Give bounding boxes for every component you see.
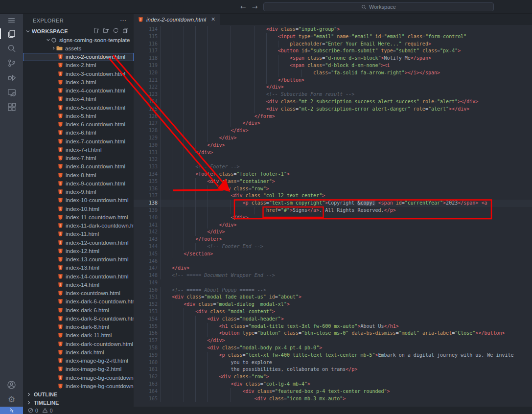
code-line-142[interactable]: 142</div> — [134, 229, 532, 236]
back-arrow-icon[interactable]: ← — [240, 3, 246, 11]
tree-item-index-7.html[interactable]: 5index-7.html — [23, 154, 134, 162]
activity-menu[interactable] — [0, 14, 23, 26]
code-line-131[interactable]: 131</div> — [134, 149, 532, 157]
forward-arrow-icon[interactable]: → — [252, 3, 258, 11]
tree-item-index-4.html[interactable]: 5index-4.html — [23, 95, 134, 103]
code-line-132[interactable]: 132 — [134, 156, 532, 163]
code-line-121[interactable]: 121</button> — [134, 77, 532, 84]
tree-item-index-image-bg-2.html[interactable]: 5index-image-bg-2.html — [23, 365, 134, 373]
code-line-118[interactable]: 118<span class="d-none d-sm-block">Notif… — [134, 55, 532, 62]
outline-section[interactable]: OUTLINE — [23, 391, 134, 399]
tree-item-index-8-countdown.html[interactable]: 5index-8-countdown.html — [23, 162, 134, 171]
tree-item-index-dark-countdown.html[interactable]: 5index-dark-countdown.html — [23, 340, 134, 348]
code-line-137[interactable]: 137<div class="col-12 text-center"> — [134, 192, 532, 200]
code-line-146[interactable]: 146 — [134, 258, 532, 265]
code-line-120[interactable]: 120class="fa-solid fa-arrow-right"></i><… — [134, 69, 532, 77]
code-line-135[interactable]: 135<div class="container"> — [134, 178, 532, 185]
problems-indicator[interactable]: 0 0 — [23, 408, 53, 414]
tree-item-index-3.html[interactable]: 5index-3.html — [23, 78, 134, 86]
new-file-button[interactable] — [93, 27, 99, 36]
tree-item-index-12-countdown.html[interactable]: 5index-12-countdown.html — [23, 238, 134, 247]
tree-item-index-5-countdown.html[interactable]: 5index-5-countdown.html — [23, 103, 134, 112]
code-editor[interactable]: 114<div class="input-group">115<input ty… — [134, 25, 532, 407]
code-line-127[interactable]: 127</div> — [134, 120, 532, 127]
tree-item-index-dark-11.html[interactable]: 5index-dark-11.html — [23, 331, 134, 340]
tree-item-index-image-bg-countdown.html[interactable]: 5index-image-bg-countdown.html — [23, 382, 134, 390]
tree-item-index-14-countdown.html[interactable]: 5index-14-countdown.html — [23, 272, 134, 280]
tree-item-index-11.html[interactable]: 5index-11.html — [23, 230, 134, 238]
code-line-119[interactable]: 119<span class="d-block d-sm-none"><i — [134, 62, 532, 69]
code-line-134[interactable]: 134<footer class="footer footer-1"> — [134, 171, 532, 178]
tree-item-index-6.html[interactable]: 5index-6.html — [23, 129, 134, 137]
code-line-145[interactable]: 145</section> — [134, 251, 532, 258]
code-line-129[interactable]: 129</div> — [134, 135, 532, 142]
tree-item-index-2.html[interactable]: 5index-2.html — [23, 61, 134, 69]
code-line-152[interactable]: 152<div class="modal-dialog modal-xl"> — [134, 301, 532, 308]
collapse-all-button[interactable] — [122, 27, 129, 36]
tree-item-index-dark-8-countdown.html[interactable]: 5index-dark-8-countdown.html — [23, 314, 134, 322]
tree-item-index-dark-6-countdown.html[interactable]: 5index-dark-6-countdown.html — [23, 298, 134, 306]
command-center-search[interactable]: Workspace — [263, 2, 494, 11]
code-line-116[interactable]: 116placeholder="Enter Your Email Here...… — [134, 41, 532, 48]
tree-item-index-3-countdown.html[interactable]: 5index-3-countdown.html — [23, 69, 134, 78]
code-line-148[interactable]: 148<!-- ===== Document Wrapper End --> — [134, 272, 532, 279]
code-line-157[interactable]: 157</div> — [134, 337, 532, 345]
code-line-141[interactable]: 141</div> — [134, 222, 532, 229]
code-line-133[interactable]: 133<!-- Footer --> — [134, 163, 532, 171]
tree-item-index-11-dark-countdown.html[interactable]: 5index-11-dark-countdown.html — [23, 222, 134, 230]
code-line-122[interactable]: 122</div> — [134, 84, 532, 91]
tree-item-index-5.html[interactable]: 5index-5.html — [23, 112, 134, 120]
tree-item-index-7-rt.html[interactable]: 5index-7-rt.html — [23, 145, 134, 154]
code-line-140[interactable]: 140</div> — [134, 214, 532, 222]
tree-item-index-4-countdown.html[interactable]: 5index-4-countdown.html — [23, 87, 134, 95]
code-line-159[interactable]: 159<p class="text-xl fw-400 title-text t… — [134, 352, 532, 359]
timeline-section[interactable]: TIMELINE — [23, 399, 134, 407]
tree-item-index-14.html[interactable]: 5index-14.html — [23, 280, 134, 289]
code-line-124[interactable]: 124<div class="mt-2 subscription-success… — [134, 98, 532, 106]
tree-item-index-9-countdown.html[interactable]: 5index-9-countdown.html — [23, 179, 134, 187]
tree-item-index-dark-8.html[interactable]: 5index-dark-8.html — [23, 323, 134, 331]
code-line-126[interactable]: 126</form> — [134, 113, 532, 120]
tree-item-index-6-countdown.html[interactable]: 5index-6-countdown.html — [23, 120, 134, 129]
tree-item-index-13.html[interactable]: 5index-13.html — [23, 264, 134, 272]
code-line-161[interactable]: 161the possibilities, collaborate on tra… — [134, 366, 532, 373]
tree-item-index-dark.html[interactable]: 5index-dark.html — [23, 348, 134, 356]
code-line-115[interactable]: 115<input type="email" name="email" id="… — [134, 33, 532, 41]
tree-item-index-9.html[interactable]: 5index-9.html — [23, 188, 134, 196]
activity-source-control[interactable] — [0, 56, 23, 70]
activity-explorer[interactable] — [0, 26, 23, 41]
code-line-149[interactable]: 149 — [134, 279, 532, 287]
activity-run-debug[interactable] — [0, 70, 23, 85]
tree-item-index-7-countdown.html[interactable]: 5index-7-countdown.html — [23, 137, 134, 145]
code-line-158[interactable]: 158<div class="modal-body px-4 pt-4 pb-0… — [134, 345, 532, 352]
code-line-139[interactable]: 139href="#">Signs</a>. All Rights Reserv… — [134, 207, 532, 214]
tree-item-index-2-countdown.html[interactable]: 5index-2-countdown.html — [23, 53, 134, 61]
activity-search[interactable] — [0, 41, 23, 56]
code-line-163[interactable]: 163<div class="col-lg-4 mb-4"> — [134, 381, 532, 388]
code-line-165[interactable]: 165<div class="icon mb-3 mx-auto"> — [134, 395, 532, 403]
tree-item-folder-assets[interactable]: assets — [23, 44, 134, 52]
code-line-117[interactable]: 117<button id="subscribe-form-submit" ty… — [134, 47, 532, 55]
code-line-125[interactable]: 125<div class="mt-2 subscription-error a… — [134, 106, 532, 113]
code-line-164[interactable]: 164<div class="featured-box p-4 text-cen… — [134, 388, 532, 395]
code-line-144[interactable]: 144<!-- Footer End --> — [134, 243, 532, 251]
code-line-155[interactable]: 155<h1 class="modal-title text-3xl fw-60… — [134, 323, 532, 330]
code-line-154[interactable]: 154<div class="modal-header"> — [134, 316, 532, 323]
activity-remote-explorer[interactable] — [0, 85, 23, 100]
activity-extensions[interactable] — [0, 100, 23, 115]
code-line-147[interactable]: 147</div> — [134, 265, 532, 272]
code-line-143[interactable]: 143</footer> — [134, 236, 532, 243]
workspace-section-header[interactable]: WORKSPACE — [23, 27, 134, 36]
tree-item-index-countdown.html[interactable]: 5index-countdown.html — [23, 289, 134, 298]
tree-item-index-image-bg-countdown-2.html[interactable]: 5index-image-bg-countdown-2.html — [23, 373, 134, 382]
tree-item-index-8.html[interactable]: 5index-8.html — [23, 171, 134, 179]
tree-item-index-11-countdown.html[interactable]: 5index-11-countdown.html — [23, 213, 134, 221]
more-actions-icon[interactable]: ⋯ — [120, 17, 127, 24]
tree-item-index-10.html[interactable]: 5index-10.html — [23, 205, 134, 213]
refresh-button[interactable] — [113, 27, 119, 36]
remote-indicator[interactable] — [0, 407, 23, 414]
code-line-128[interactable]: 128</div> — [134, 127, 532, 135]
code-line-136[interactable]: 136<div class="row"> — [134, 185, 532, 193]
new-folder-button[interactable] — [103, 27, 109, 36]
tree-item-index-10-countdown.html[interactable]: 5index-10-countdown.html — [23, 196, 134, 205]
